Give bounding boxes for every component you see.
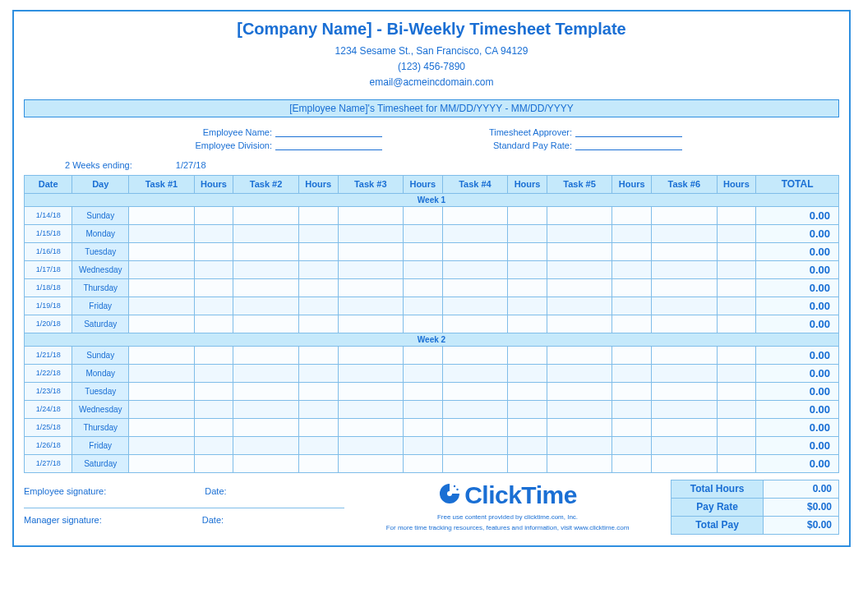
cell-task[interactable]: [547, 278, 611, 297]
cell-task[interactable]: [233, 346, 298, 364]
cell-task[interactable]: [652, 418, 717, 436]
cell-task[interactable]: [547, 364, 611, 382]
cell-hours[interactable]: [298, 346, 338, 364]
cell-hours[interactable]: [194, 278, 233, 297]
cell-task[interactable]: [547, 418, 611, 436]
cell-hours[interactable]: [717, 454, 756, 472]
cell-hours[interactable]: [404, 454, 443, 472]
cell-hours[interactable]: [508, 436, 547, 454]
cell-task[interactable]: [547, 315, 611, 333]
cell-hours[interactable]: [404, 364, 443, 382]
cell-task[interactable]: [547, 297, 611, 315]
cell-task[interactable]: [442, 382, 507, 400]
cell-hours[interactable]: [612, 418, 652, 436]
cell-hours[interactable]: [717, 346, 756, 364]
cell-hours[interactable]: [612, 364, 652, 382]
cell-task[interactable]: [442, 260, 507, 278]
cell-task[interactable]: [338, 436, 403, 454]
cell-task[interactable]: [129, 400, 194, 418]
cell-task[interactable]: [338, 242, 403, 260]
cell-task[interactable]: [233, 206, 298, 224]
cell-hours[interactable]: [298, 297, 338, 315]
cell-task[interactable]: [129, 364, 194, 382]
cell-hours[interactable]: [194, 297, 233, 315]
cell-hours[interactable]: [194, 315, 233, 333]
cell-hours[interactable]: [404, 260, 443, 278]
cell-task[interactable]: [442, 436, 507, 454]
cell-hours[interactable]: [298, 206, 338, 224]
cell-hours[interactable]: [612, 260, 652, 278]
cell-hours[interactable]: [508, 278, 547, 297]
cell-task[interactable]: [547, 242, 611, 260]
cell-hours[interactable]: [508, 297, 547, 315]
cell-hours[interactable]: [404, 382, 443, 400]
cell-task[interactable]: [547, 400, 611, 418]
cell-task[interactable]: [442, 242, 507, 260]
cell-task[interactable]: [338, 400, 403, 418]
cell-hours[interactable]: [508, 364, 547, 382]
cell-task[interactable]: [652, 315, 717, 333]
cell-task[interactable]: [129, 418, 194, 436]
cell-task[interactable]: [652, 364, 717, 382]
cell-task[interactable]: [652, 436, 717, 454]
cell-task[interactable]: [652, 224, 717, 242]
cell-task[interactable]: [233, 436, 298, 454]
cell-hours[interactable]: [717, 297, 756, 315]
cell-task[interactable]: [652, 297, 717, 315]
cell-task[interactable]: [547, 206, 611, 224]
cell-hours[interactable]: [612, 454, 652, 472]
cell-hours[interactable]: [194, 454, 233, 472]
cell-hours[interactable]: [194, 400, 233, 418]
cell-hours[interactable]: [508, 206, 547, 224]
cell-task[interactable]: [442, 297, 507, 315]
cell-task[interactable]: [233, 297, 298, 315]
cell-task[interactable]: [233, 454, 298, 472]
cell-task[interactable]: [652, 382, 717, 400]
cell-task[interactable]: [547, 436, 611, 454]
cell-task[interactable]: [129, 436, 194, 454]
cell-task[interactable]: [233, 260, 298, 278]
cell-task[interactable]: [338, 278, 403, 297]
cell-hours[interactable]: [404, 297, 443, 315]
cell-task[interactable]: [652, 454, 717, 472]
cell-task[interactable]: [233, 278, 298, 297]
cell-hours[interactable]: [612, 382, 652, 400]
cell-hours[interactable]: [612, 278, 652, 297]
cell-task[interactable]: [129, 346, 194, 364]
cell-hours[interactable]: [612, 346, 652, 364]
cell-hours[interactable]: [508, 454, 547, 472]
cell-task[interactable]: [652, 260, 717, 278]
cell-task[interactable]: [442, 418, 507, 436]
cell-task[interactable]: [338, 315, 403, 333]
cell-task[interactable]: [547, 454, 611, 472]
cell-task[interactable]: [129, 206, 194, 224]
cell-task[interactable]: [129, 242, 194, 260]
cell-task[interactable]: [338, 206, 403, 224]
cell-hours[interactable]: [508, 315, 547, 333]
cell-task[interactable]: [442, 400, 507, 418]
cell-task[interactable]: [129, 278, 194, 297]
cell-hours[interactable]: [404, 315, 443, 333]
cell-hours[interactable]: [612, 206, 652, 224]
cell-task[interactable]: [547, 346, 611, 364]
cell-task[interactable]: [338, 454, 403, 472]
cell-hours[interactable]: [298, 260, 338, 278]
cell-hours[interactable]: [508, 224, 547, 242]
cell-hours[interactable]: [612, 242, 652, 260]
cell-hours[interactable]: [717, 224, 756, 242]
cell-hours[interactable]: [298, 418, 338, 436]
cell-task[interactable]: [442, 278, 507, 297]
cell-hours[interactable]: [298, 454, 338, 472]
cell-hours[interactable]: [717, 260, 756, 278]
cell-task[interactable]: [547, 260, 611, 278]
cell-task[interactable]: [442, 364, 507, 382]
cell-task[interactable]: [233, 400, 298, 418]
cell-hours[interactable]: [717, 400, 756, 418]
cell-hours[interactable]: [508, 260, 547, 278]
cell-hours[interactable]: [404, 418, 443, 436]
cell-task[interactable]: [338, 346, 403, 364]
cell-task[interactable]: [233, 224, 298, 242]
cell-hours[interactable]: [717, 242, 756, 260]
cell-task[interactable]: [233, 315, 298, 333]
cell-hours[interactable]: [404, 224, 443, 242]
